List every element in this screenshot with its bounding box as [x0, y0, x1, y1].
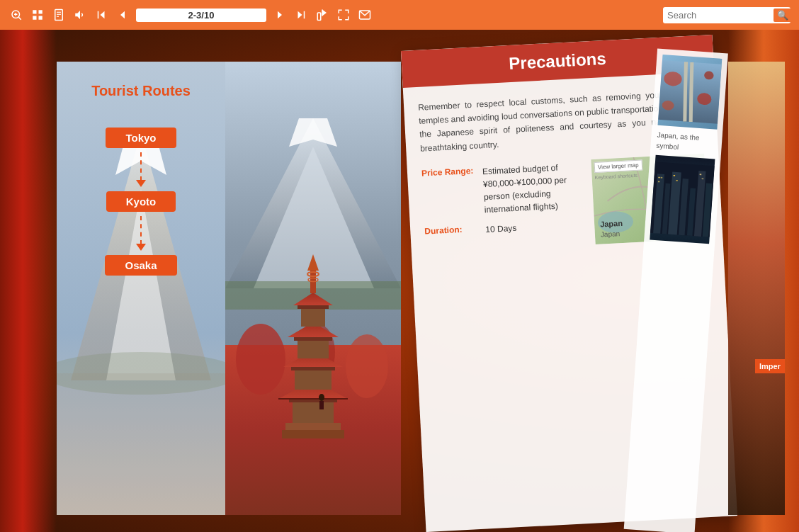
search-button[interactable]: 🔍: [774, 9, 792, 22]
svg-point-28: [57, 352, 225, 395]
svg-rect-8: [55, 10, 63, 21]
svg-marker-12: [75, 11, 80, 19]
svg-rect-76: [658, 181, 660, 183]
svg-marker-15: [120, 11, 125, 19]
svg-rect-44: [295, 370, 332, 390]
left-page-content: Tourist Routes Tokyo Kyoto Osaka: [57, 62, 225, 290]
duration-value: 10 Days: [485, 222, 517, 236]
route-osaka: Osaka: [105, 255, 176, 276]
duration-label: Duration:: [424, 223, 482, 236]
imper-badge: Imper: [755, 359, 785, 373]
left-trees-bg: [0, 30, 57, 532]
strip-bottom-svg: [650, 155, 715, 244]
svg-marker-14: [101, 11, 105, 19]
fullscreen-icon[interactable]: [336, 7, 351, 23]
strip-bottom-image: [650, 155, 715, 244]
strip-content: Japan, as the symbol: [644, 49, 728, 250]
svg-rect-50: [301, 308, 325, 327]
strip-top-svg: [658, 55, 722, 130]
svg-point-57: [319, 394, 324, 401]
svg-rect-79: [700, 174, 702, 175]
svg-rect-40: [293, 402, 334, 423]
strip-text-japan: Japan, as the symbol: [656, 130, 717, 155]
svg-rect-75: [661, 177, 663, 179]
page-far-right: Imper: [728, 62, 785, 515]
svg-rect-4: [33, 10, 36, 13]
pagoda-photo-svg: [225, 62, 401, 515]
arrow-tokyo-kyoto: [136, 152, 146, 187]
arrow-kyoto-osaka: [136, 216, 146, 251]
grid-icon[interactable]: [30, 7, 45, 23]
svg-rect-7: [39, 16, 42, 20]
page-middle: [225, 62, 401, 515]
svg-marker-16: [278, 11, 282, 19]
next-page-icon[interactable]: [272, 7, 288, 23]
toolbar: 🔍: [0, 0, 799, 30]
page-icon[interactable]: [51, 7, 67, 23]
zoom-in-icon[interactable]: [8, 7, 24, 23]
first-page-icon[interactable]: [94, 7, 109, 23]
page-left: Tourist Routes Tokyo Kyoto Osaka: [57, 62, 225, 515]
map-country-label: Japan: [600, 219, 623, 229]
precautions-title: Precautions: [419, 44, 697, 78]
svg-point-35: [236, 324, 285, 395]
prev-page-icon[interactable]: [115, 7, 130, 23]
page-indicator[interactable]: [136, 9, 266, 22]
search-input[interactable]: [667, 10, 774, 21]
svg-rect-74: [658, 177, 660, 179]
tourist-routes-title: Tourist Routes: [91, 83, 191, 99]
svg-rect-19: [317, 13, 321, 21]
svg-marker-20: [322, 10, 327, 16]
viewer: Tourist Routes Tokyo Kyoto Osaka: [0, 30, 799, 532]
svg-rect-78: [676, 180, 678, 181]
svg-rect-81: [728, 62, 785, 515]
price-range-row: Price Range: Estimated budget of ¥80,000…: [421, 160, 585, 220]
far-right-svg: [728, 62, 785, 515]
strip-top-image: [658, 55, 722, 130]
svg-rect-39: [285, 423, 341, 430]
svg-rect-77: [673, 175, 675, 176]
svg-line-1: [18, 17, 21, 19]
email-icon[interactable]: [357, 7, 373, 23]
last-page-icon[interactable]: [293, 7, 309, 23]
map-sub-label: Japan: [601, 230, 620, 238]
svg-rect-47: [298, 340, 329, 358]
sound-icon[interactable]: [72, 7, 88, 23]
duration-row: Duration: 10 Days: [424, 217, 586, 239]
svg-marker-18: [298, 11, 302, 19]
search-box: 🔍: [663, 7, 790, 23]
route-kyoto: Kyoto: [106, 191, 176, 212]
svg-rect-58: [319, 401, 324, 409]
share-icon[interactable]: [314, 7, 330, 23]
price-range-label: Price Range:: [421, 165, 479, 178]
svg-rect-5: [39, 10, 42, 13]
svg-rect-80: [702, 178, 704, 179]
price-range-value: Estimated budget of ¥80,000-¥100,000 per…: [482, 160, 586, 216]
svg-point-36: [346, 334, 388, 398]
svg-rect-6: [33, 16, 36, 20]
route-tokyo: Tokyo: [106, 128, 176, 148]
svg-rect-38: [282, 430, 344, 438]
